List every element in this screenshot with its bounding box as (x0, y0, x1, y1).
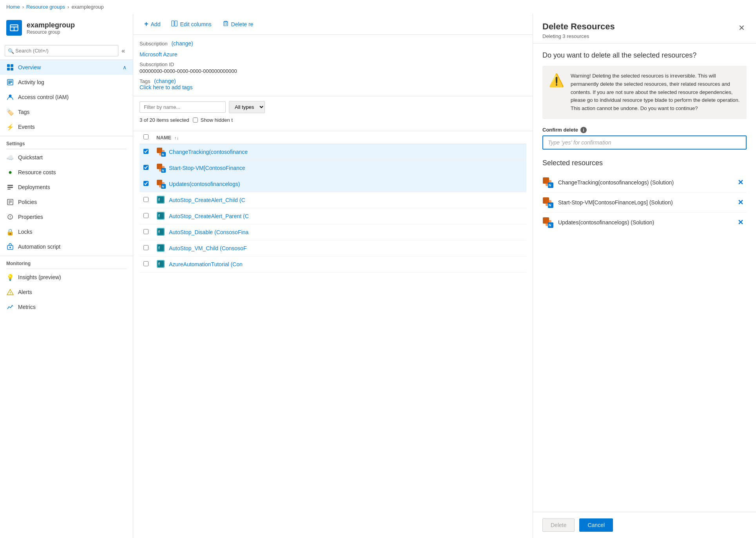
resource-name-link[interactable]: N Start-Stop-VM[ContosoFinance (156, 163, 522, 173)
confirm-delete-input[interactable] (542, 135, 747, 150)
sidebar-item-metrics[interactable]: Metrics (0, 300, 133, 314)
filter-bar: All types (140, 101, 526, 113)
svg-rect-4 (7, 64, 10, 67)
sidebar-item-deployments[interactable]: Deployments (0, 180, 133, 195)
selected-resource-item: N Updates(contosofinancelogs) (Solution)… (542, 213, 747, 232)
resource-name-link[interactable]: f AutoStop_CreateAlert_Parent (C (156, 211, 522, 221)
row-checkbox[interactable] (143, 181, 149, 186)
subscription-value: Microsoft Azure (140, 51, 526, 58)
resource-table-container: NAME ↑↓ N ChangeTracking(contosofinance … (133, 131, 533, 538)
row-checkbox[interactable] (143, 165, 149, 170)
logicapp-icon: f (156, 195, 166, 205)
sidebar-item-access-control-label: Access control (IAM) (18, 94, 69, 100)
row-checkbox[interactable] (143, 229, 149, 234)
sidebar-item-insights[interactable]: 💡 Insights (preview) (0, 270, 133, 285)
confirm-label: Confirm delete i (542, 127, 747, 133)
sidebar-item-locks[interactable]: 🔒 Locks (0, 224, 133, 239)
resource-name-link[interactable]: f AutoStop_CreateAlert_Child (C (156, 195, 522, 205)
svg-rect-1 (11, 25, 17, 27)
sidebar-item-deployments-label: Deployments (18, 184, 50, 190)
delete-button[interactable]: Delete re (218, 18, 258, 30)
sidebar-item-quickstart-label: Quickstart (18, 154, 43, 161)
items-selected-count: 3 of 20 items selected (140, 117, 189, 123)
sidebar-item-policies[interactable]: Policies (0, 195, 133, 209)
cancel-delete-button[interactable]: Cancel (579, 518, 613, 532)
sidebar-item-activity-log[interactable]: Activity log (0, 75, 133, 90)
sidebar-item-events-label: Events (18, 124, 35, 130)
selected-resources-list: N ChangeTracking(contosofinancelogs) (So… (542, 173, 747, 232)
svg-text:N: N (549, 203, 551, 207)
show-hidden-checkbox[interactable] (193, 117, 198, 123)
overview-chevron: ∧ (123, 64, 127, 70)
sidebar-item-overview-label: Overview (18, 64, 41, 70)
select-all-checkbox[interactable] (143, 134, 149, 139)
sidebar-item-automation-script[interactable]: Automation script (0, 239, 133, 254)
items-info: 3 of 20 items selected Show hidden t (140, 117, 526, 123)
table-row: N ChangeTracking(contosofinance (140, 144, 526, 160)
locks-icon: 🔒 (6, 228, 14, 236)
tags-add-link[interactable]: Click here to add tags (140, 84, 192, 90)
edit-columns-button[interactable]: Edit columns (167, 18, 216, 30)
resource-name-link[interactable]: N ChangeTracking(contosofinance (156, 147, 522, 157)
row-checkbox[interactable] (143, 197, 149, 202)
sidebar-item-locks-label: Locks (18, 229, 33, 235)
show-hidden-label[interactable]: Show hidden t (193, 117, 232, 123)
svg-text:N: N (162, 169, 164, 172)
breadcrumb-resource-groups[interactable]: Resource groups (26, 4, 65, 10)
add-button[interactable]: + Add (140, 18, 165, 31)
resource-name-link[interactable]: f AutoStop_VM_Child (ConsosoF (156, 244, 522, 253)
tags-change-link[interactable]: (change) (154, 78, 176, 84)
svg-rect-11 (8, 83, 11, 84)
logicapp-icon: f (156, 244, 166, 253)
sidebar-item-events[interactable]: ⚡ Events (0, 119, 133, 134)
svg-point-27 (10, 294, 11, 294)
filter-by-name-input[interactable] (140, 101, 226, 113)
delete-panel-body: Do you want to delete all the selected r… (533, 43, 756, 512)
remove-resource-button[interactable]: ✕ (734, 197, 747, 208)
row-checkbox[interactable] (143, 261, 149, 266)
content-area: + Add Edit columns Delete re (133, 14, 533, 538)
selected-resource-icon: N (542, 197, 553, 208)
table-row: N Start-Stop-VM[ContosoFinance (140, 160, 526, 176)
search-input[interactable] (5, 45, 118, 56)
subscription-change-link[interactable]: (change) (171, 40, 193, 47)
sidebar-collapse-button[interactable]: « (118, 46, 128, 56)
sidebar-item-overview[interactable]: Overview ∧ (0, 60, 133, 75)
select-all-header (140, 131, 152, 144)
row-checkbox[interactable] (143, 213, 149, 218)
selected-resource-icon: N (542, 177, 553, 188)
subscription-name-link[interactable]: Microsoft Azure (140, 51, 177, 58)
row-checkbox[interactable] (143, 149, 149, 154)
quickstart-icon: ☁️ (6, 153, 14, 161)
type-filter-select[interactable]: All types (229, 101, 265, 113)
breadcrumb-home[interactable]: Home (6, 4, 20, 10)
resource-name: examplegroup (27, 21, 75, 29)
warning-box: ⚠️ Warning! Deleting the selected resour… (542, 66, 747, 119)
sidebar-item-properties[interactable]: Properties (0, 209, 133, 224)
sidebar-item-alerts[interactable]: Alerts (0, 285, 133, 300)
remove-resource-button[interactable]: ✕ (734, 217, 747, 228)
svg-point-24 (9, 247, 11, 248)
resource-name-link[interactable]: N Updates(contosofinancelogs) (156, 179, 522, 189)
resource-name-link[interactable]: f AutoStop_Disable (ConsosoFina (156, 227, 522, 237)
remove-resource-button[interactable]: ✕ (734, 177, 747, 188)
overview-icon (6, 63, 14, 71)
row-checkbox[interactable] (143, 245, 149, 250)
table-row: f AzureAutomationTutorial (Con (140, 256, 526, 273)
delete-panel-footer: Delete Cancel (533, 512, 756, 538)
table-row: f AutoStop_CreateAlert_Child (C (140, 192, 526, 208)
selected-resource-icon: N (542, 217, 553, 228)
sidebar: examplegroup Resource group 🔍 « Overview (0, 14, 133, 538)
sidebar-item-tags[interactable]: 🏷️ Tags (0, 105, 133, 119)
sidebar-item-resource-costs[interactable]: ● Resource costs (0, 165, 133, 180)
confirm-delete-button[interactable]: Delete (542, 518, 575, 532)
resource-name-link[interactable]: f AzureAutomationTutorial (Con (156, 260, 522, 269)
sort-arrows: ↑↓ (174, 135, 179, 140)
close-delete-panel-button[interactable]: ✕ (737, 22, 747, 34)
automation-icon (6, 243, 14, 251)
resource-table: NAME ↑↓ N ChangeTracking(contosofinance … (140, 131, 526, 273)
sidebar-item-access-control[interactable]: Access control (IAM) (0, 90, 133, 105)
sidebar-item-quickstart[interactable]: ☁️ Quickstart (0, 150, 133, 165)
svg-rect-14 (7, 187, 13, 188)
alerts-icon (6, 288, 14, 296)
